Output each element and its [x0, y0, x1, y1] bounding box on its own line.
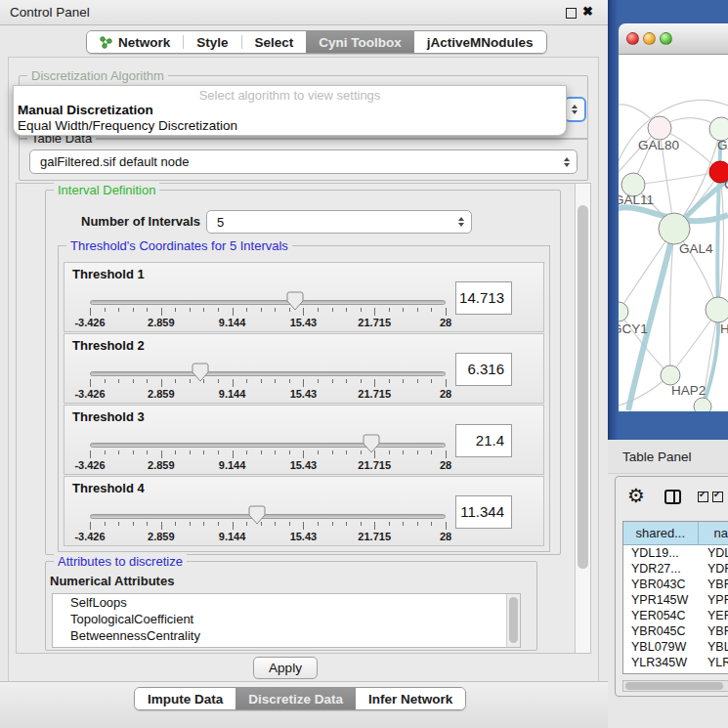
table-horizontal-scrollbar[interactable] — [622, 680, 728, 692]
tab-infer-network[interactable]: Infer Network — [356, 688, 465, 709]
network-canvas[interactable]: GAL80GACGAL11GAL4GCY1HHAP2 — [619, 55, 728, 411]
slider-tick — [289, 450, 290, 454]
threshold-value-field[interactable]: 14.713 — [455, 281, 512, 315]
settings-scrollpane: Interval Definition Number of Intervals … — [16, 183, 591, 654]
node-label: GAL4 — [679, 241, 713, 256]
node-table[interactable]: shared... na YDL19...YDL1YDR27...YDR2YBR… — [622, 521, 728, 674]
tab-discretize-data[interactable]: Discretize Data — [236, 688, 356, 709]
zoom-window-icon[interactable] — [660, 32, 672, 45]
checked-box-icon[interactable] — [712, 492, 723, 502]
slider-tick — [218, 379, 219, 383]
threshold-slider-track[interactable] — [90, 300, 446, 305]
tab-network[interactable]: Network — [87, 31, 183, 53]
table-row[interactable]: YDL19...YDL1 — [623, 545, 728, 561]
tab-label: Style — [196, 35, 228, 50]
tab-impute-data[interactable]: Impute Data — [135, 688, 236, 709]
group-title: Threshold's Coordinates for 5 Intervals — [66, 238, 292, 253]
network-node[interactable] — [706, 297, 728, 322]
algorithm-option[interactable]: Equal Width/Frequency Discretization — [18, 118, 562, 134]
node-label: C — [724, 177, 728, 192]
threshold-slider-track[interactable] — [90, 371, 446, 376]
threshold-label: Threshold 4 — [72, 481, 145, 495]
threshold-slider-thumb[interactable] — [286, 291, 304, 311]
slider-tick — [389, 450, 390, 454]
slider-tick — [133, 522, 134, 526]
threshold-slider-track[interactable] — [90, 514, 446, 519]
screen: Control Panel ✖ NetworkStyleSelectCyni T… — [0, 0, 728, 728]
threshold-value-field[interactable]: 21.4 — [455, 424, 512, 457]
gear-icon[interactable]: ⚙ — [627, 484, 645, 507]
slider-tick — [275, 379, 276, 383]
column-header-shared-name[interactable]: shared... — [623, 522, 699, 544]
threshold-slider-track[interactable] — [90, 443, 446, 448]
close-window-icon[interactable] — [626, 32, 639, 45]
threshold-slider-thumb[interactable] — [192, 363, 209, 382]
slider-tick — [374, 522, 375, 530]
slider-tick-label: 15.43 — [272, 388, 334, 400]
cell-shared-name: YBR045C — [623, 623, 701, 639]
threshold-value-field[interactable]: 6.316 — [455, 353, 512, 386]
slider-tick — [161, 379, 162, 387]
slider-tick — [90, 379, 91, 387]
column-header-name[interactable]: na — [699, 522, 728, 544]
threshold-label: Threshold 3 — [72, 409, 145, 424]
tab-cyni-toolbox[interactable]: Cyni Toolbox — [306, 31, 414, 53]
list-item[interactable]: BetweennessCentrality — [53, 627, 520, 644]
float-window-icon[interactable] — [566, 8, 577, 19]
table-row[interactable]: YER054CYER0 — [623, 608, 728, 623]
table-data-combo[interactable]: galFiltered.sif default node — [29, 150, 578, 174]
checked-box-icon[interactable] — [698, 492, 708, 502]
slider-tick — [389, 308, 390, 312]
number-of-intervals-combo[interactable]: 5 — [206, 210, 472, 234]
tab-select[interactable]: Select — [242, 31, 307, 53]
columns-icon[interactable] — [664, 490, 681, 504]
slider-tick — [417, 379, 418, 383]
algorithm-combo-arrow[interactable] — [564, 97, 586, 122]
cell-shared-name: YBL079W — [623, 639, 701, 655]
attributes-scrollbar[interactable] — [506, 594, 520, 647]
network-window-frame[interactable]: GAL80GACGAL11GAL4GCY1HHAP2 — [608, 0, 728, 440]
algorithm-options: Manual DiscretizationEqual Width/Frequen… — [18, 103, 562, 134]
table-row[interactable]: YBR045CYBR0 — [623, 623, 728, 639]
apply-button[interactable]: Apply — [253, 657, 318, 679]
list-item[interactable]: SelfLoops — [53, 594, 520, 611]
network-node[interactable] — [659, 213, 690, 244]
list-item[interactable]: TopologicalCoefficient — [53, 611, 520, 627]
tab-style[interactable]: Style — [184, 31, 240, 53]
network-node[interactable] — [648, 116, 671, 140]
network-node[interactable] — [619, 302, 628, 321]
network-node[interactable] — [694, 398, 711, 411]
node-label: HAP2 — [671, 383, 706, 398]
slider-tick — [261, 379, 262, 383]
settings-scrollbar[interactable] — [575, 184, 590, 653]
tab-jactivemnodules[interactable]: jActiveMNodules — [414, 31, 546, 53]
slider-tick — [346, 522, 347, 526]
slider-tick — [105, 379, 106, 383]
close-icon[interactable]: ✖ — [582, 4, 593, 19]
table-header-row[interactable]: shared... na — [623, 522, 728, 545]
slider-tick — [374, 379, 375, 387]
algorithm-option[interactable]: Manual Discretization — [18, 103, 562, 118]
threshold-slider-thumb[interactable] — [363, 434, 380, 453]
table-row[interactable]: YPR145WYPR1 — [623, 592, 728, 608]
table-row[interactable]: YBR043CYBR0 — [623, 577, 728, 592]
slider-tick — [303, 450, 304, 458]
threshold-panel: Threshold 4-3.4262.8599.14415.4321.71528… — [64, 476, 544, 546]
cyni-toolbox-panel: Discretization Algorithm Select algorith… — [8, 57, 599, 684]
minimize-window-icon[interactable] — [643, 32, 656, 45]
threshold-value-field[interactable]: 11.344 — [455, 495, 512, 529]
slider-tick — [389, 522, 390, 526]
panel-title: Control Panel — [10, 5, 90, 20]
numerical-attributes-list[interactable]: SelfLoopsTopologicalCoefficientBetweenne… — [52, 593, 521, 648]
table-row[interactable]: YLR345WYLR3 — [623, 655, 728, 670]
table-row[interactable]: YDR27...YDR2 — [623, 561, 728, 577]
table-row[interactable]: YBL079WYBL0 — [623, 639, 728, 655]
tab-label: Discretize Data — [248, 692, 343, 707]
slider-tick — [446, 379, 447, 387]
threshold-slider-thumb[interactable] — [248, 505, 266, 525]
tab-label: Cyni Toolbox — [319, 35, 402, 50]
table-row[interactable]: YIL052CYIL0 — [623, 670, 728, 674]
right-side: GAL80GACGAL11GAL4GCY1HHAP2 Table Panel ⚙… — [608, 0, 728, 728]
slider-tick-label: 28 — [414, 388, 477, 400]
network-node[interactable] — [661, 365, 680, 385]
